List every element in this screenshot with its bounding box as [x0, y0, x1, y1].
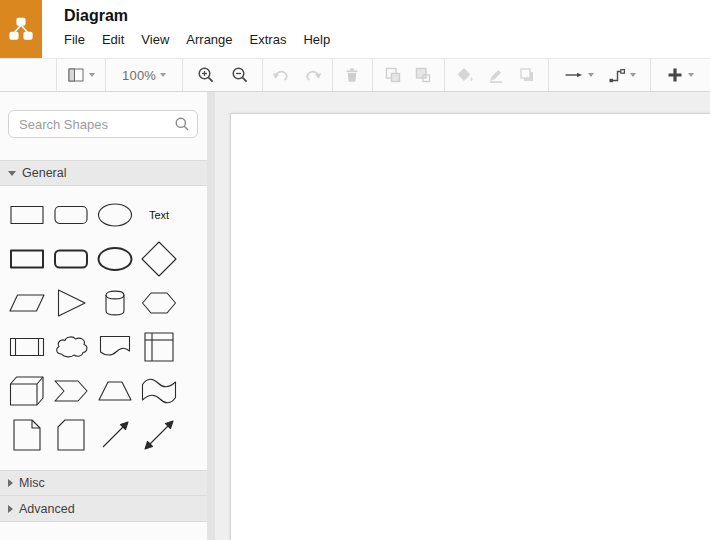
menu-file[interactable]: File: [64, 32, 85, 47]
section-header-misc[interactable]: Misc: [0, 470, 207, 496]
shape-text-label: Text: [149, 209, 169, 221]
shape-step[interactable]: [49, 369, 93, 413]
page-view-icon: [67, 66, 85, 84]
chevron-down-icon: [688, 73, 694, 77]
shape-rectangle-bold[interactable]: [5, 237, 49, 281]
to-front-button[interactable]: [384, 66, 402, 84]
redo-icon: [304, 66, 322, 84]
app-header: Diagram File Edit View Arrange Extras He…: [0, 0, 710, 58]
shape-diamond[interactable]: [137, 237, 181, 281]
shape-note[interactable]: [5, 413, 49, 457]
line-color-icon: [487, 66, 505, 84]
section-header-general[interactable]: General: [0, 160, 207, 186]
section-header-advanced[interactable]: Advanced: [0, 496, 207, 522]
shape-cloud[interactable]: [49, 325, 93, 369]
connection-arrow-icon: [564, 66, 584, 84]
insert-button[interactable]: [666, 66, 694, 84]
shape-rounded-rectangle[interactable]: [49, 193, 93, 237]
document-title: Diagram: [64, 6, 330, 26]
shape-rounded-rectangle-bold[interactable]: [49, 237, 93, 281]
drawio-logo-icon: [0, 0, 42, 58]
toolbar-group-history: [262, 59, 332, 91]
menu-arrange[interactable]: Arrange: [186, 32, 232, 47]
toolbar-group-view: [56, 59, 105, 91]
shape-bidirectional-arrow[interactable]: [137, 413, 181, 457]
shape-internal-storage[interactable]: [137, 325, 181, 369]
line-color-button[interactable]: [487, 66, 505, 84]
plus-icon: [666, 66, 684, 84]
shape-parallelogram[interactable]: [5, 281, 49, 325]
chevron-down-icon: [89, 73, 95, 77]
shape-process[interactable]: [5, 325, 49, 369]
shape-triangle[interactable]: [49, 281, 93, 325]
shape-directional-arrow[interactable]: [93, 413, 137, 457]
undo-button[interactable]: [272, 66, 290, 84]
chevron-down-icon: [630, 73, 636, 77]
delete-button[interactable]: [343, 66, 361, 84]
toolbar-group-style: [444, 59, 548, 91]
toolbar-group-zoomlevel: 100%: [105, 59, 183, 91]
section-collapsed-icon: [8, 505, 13, 513]
toolbar-group-delete: [332, 59, 372, 91]
shape-text[interactable]: Text: [137, 193, 181, 237]
view-dropdown-button[interactable]: [67, 66, 95, 84]
shape-palette: Text: [5, 193, 207, 457]
chevron-down-icon: [588, 73, 594, 77]
chevron-down-icon: [160, 73, 166, 77]
shape-document[interactable]: [93, 325, 137, 369]
menu-extras[interactable]: Extras: [250, 32, 287, 47]
zoom-in-button[interactable]: [197, 66, 215, 84]
toolbar-group-connection: [548, 59, 651, 91]
trash-icon: [343, 66, 361, 84]
shape-card[interactable]: [49, 413, 93, 457]
shape-cube[interactable]: [5, 369, 49, 413]
menu-edit[interactable]: Edit: [102, 32, 124, 47]
redo-button[interactable]: [304, 66, 322, 84]
section-expanded-icon: [8, 171, 16, 176]
zoom-out-icon: [231, 66, 249, 84]
shape-hexagon[interactable]: [137, 281, 181, 325]
zoom-out-button[interactable]: [231, 66, 249, 84]
search-icon: [174, 116, 190, 136]
menu-view[interactable]: View: [141, 32, 169, 47]
toolbar-group-zoom: [182, 59, 262, 91]
to-front-icon: [384, 66, 402, 84]
toolbar-group-insert: [650, 59, 710, 91]
sidebar-resize-divider[interactable]: [207, 92, 215, 540]
shape-tape[interactable]: [137, 369, 181, 413]
connection-arrow-button[interactable]: [564, 66, 594, 84]
menu-help[interactable]: Help: [303, 32, 330, 47]
section-collapsed-icon: [8, 479, 13, 487]
diagram-canvas[interactable]: [215, 92, 710, 540]
zoom-in-icon: [197, 66, 215, 84]
shapes-sidebar: General Text Misc Advanced: [0, 92, 207, 540]
drawing-page[interactable]: [230, 113, 710, 540]
fill-color-icon: [456, 66, 474, 84]
toolbar-group-order: [372, 59, 445, 91]
shape-ellipse-bold[interactable]: [93, 237, 137, 281]
shape-rectangle[interactable]: [5, 193, 49, 237]
to-back-button[interactable]: [414, 66, 432, 84]
menubar: File Edit View Arrange Extras Help: [64, 32, 330, 47]
main-toolbar: 100%: [0, 58, 710, 92]
shadow-button[interactable]: [518, 66, 536, 84]
to-back-icon: [414, 66, 432, 84]
shadow-icon: [518, 66, 536, 84]
zoom-level-value: 100%: [122, 68, 156, 83]
shape-ellipse[interactable]: [93, 193, 137, 237]
waypoints-button[interactable]: [608, 66, 636, 84]
zoom-level-dropdown[interactable]: 100%: [122, 68, 166, 83]
shape-trapezoid[interactable]: [93, 369, 137, 413]
fill-color-button[interactable]: [456, 66, 474, 84]
search-shapes-input[interactable]: [8, 110, 198, 138]
undo-icon: [272, 66, 290, 84]
shape-cylinder[interactable]: [93, 281, 137, 325]
waypoints-icon: [608, 66, 626, 84]
